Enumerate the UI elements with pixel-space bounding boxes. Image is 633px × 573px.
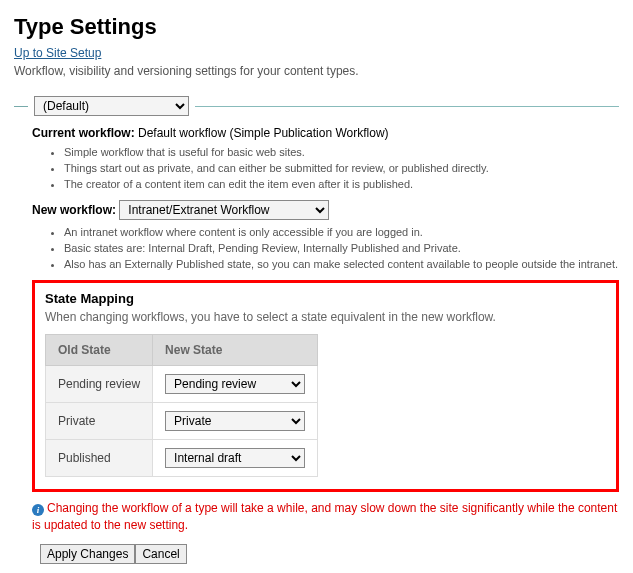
new-state-cell: Private: [153, 403, 318, 440]
state-mapping-table: Old State New State Pending review Pendi…: [45, 334, 318, 477]
table-row: Pending review Pending review: [46, 366, 318, 403]
state-mapping-desc: When changing workflows, you have to sel…: [45, 310, 606, 324]
form-actions: Apply ChangesCancel: [40, 544, 619, 564]
new-workflow-line: New workflow: Intranet/Extranet Workflow: [32, 200, 619, 220]
list-item: Things start out as private, and can eit…: [64, 162, 619, 174]
current-workflow-line: Current workflow: Default workflow (Simp…: [32, 126, 619, 140]
cancel-button[interactable]: Cancel: [135, 544, 186, 564]
workflow-change-warning: iChanging the workflow of a type will ta…: [32, 500, 619, 534]
list-item: Also has an Externally Published state, …: [64, 258, 619, 270]
list-item: The creator of a content item can edit t…: [64, 178, 619, 190]
new-state-cell: Internal draft: [153, 440, 318, 477]
rule-left: [14, 106, 28, 107]
old-state-cell: Private: [46, 403, 153, 440]
state-select[interactable]: Internal draft: [165, 448, 305, 468]
type-select[interactable]: (Default): [34, 96, 189, 116]
page-title: Type Settings: [14, 14, 619, 40]
state-mapping-heading: State Mapping: [45, 291, 606, 306]
state-mapping-box: State Mapping When changing workflows, y…: [32, 280, 619, 492]
new-workflow-select[interactable]: Intranet/Extranet Workflow: [119, 200, 329, 220]
new-state-cell: Pending review: [153, 366, 318, 403]
state-select[interactable]: Pending review: [165, 374, 305, 394]
table-row: Private Private: [46, 403, 318, 440]
new-workflow-notes: An intranet workflow where content is on…: [32, 226, 619, 270]
type-selector-row: (Default): [14, 96, 619, 116]
page-subtitle: Workflow, visibility and versioning sett…: [14, 64, 619, 78]
table-header-row: Old State New State: [46, 335, 318, 366]
old-state-cell: Published: [46, 440, 153, 477]
info-icon: i: [32, 504, 44, 516]
rule-right: [195, 106, 619, 107]
current-workflow-notes: Simple workflow that is useful for basic…: [32, 146, 619, 190]
list-item: Simple workflow that is useful for basic…: [64, 146, 619, 158]
col-new-state: New State: [153, 335, 318, 366]
apply-button[interactable]: Apply Changes: [40, 544, 135, 564]
list-item: Basic states are: Internal Draft, Pendin…: [64, 242, 619, 254]
list-item: An intranet workflow where content is on…: [64, 226, 619, 238]
old-state-cell: Pending review: [46, 366, 153, 403]
col-old-state: Old State: [46, 335, 153, 366]
state-select[interactable]: Private: [165, 411, 305, 431]
table-row: Published Internal draft: [46, 440, 318, 477]
up-link[interactable]: Up to Site Setup: [14, 46, 101, 60]
